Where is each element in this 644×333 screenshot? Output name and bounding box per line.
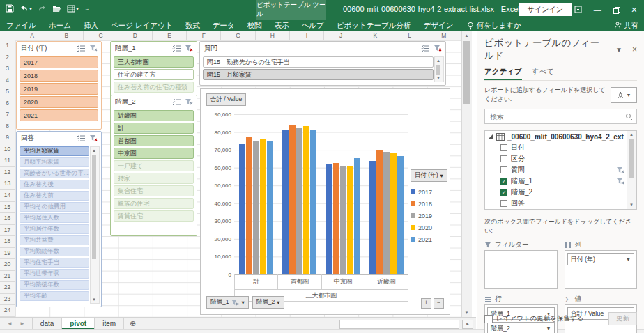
- ribbon-tab-ページ レイアウト[interactable]: ページ レイアウト: [105, 20, 179, 31]
- pane-options-icon[interactable]: ▼: [615, 46, 622, 54]
- row-header-22[interactable]: 22: [0, 282, 15, 294]
- row-header-8[interactable]: 8: [0, 121, 15, 133]
- slicer-multiselect-button[interactable]: [171, 97, 183, 107]
- column-header-F[interactable]: F: [187, 31, 221, 40]
- row-header-3[interactable]: 3: [0, 63, 15, 75]
- sheet-tab-data[interactable]: data: [32, 318, 62, 330]
- ribbon-tab-数式[interactable]: 数式: [179, 20, 206, 31]
- row-header-17[interactable]: 17: [0, 225, 15, 237]
- slicer-item[interactable]: 中京圏: [114, 148, 194, 159]
- row-header-1[interactable]: 1: [0, 40, 15, 52]
- save-icon[interactable]: [6, 4, 14, 13]
- slicer-item[interactable]: 平均居住人数: [20, 213, 89, 223]
- slicer-item[interactable]: 持家: [114, 173, 194, 184]
- slicer-clear-filter-button[interactable]: [431, 43, 443, 54]
- column-header-H[interactable]: H: [256, 31, 290, 40]
- slicer-item[interactable]: 高齢者がいる世帯の平...: [20, 169, 89, 178]
- slicer-item[interactable]: 首都圏: [114, 135, 194, 146]
- chart-bar[interactable]: [246, 137, 252, 274]
- column-header-L[interactable]: L: [393, 31, 427, 40]
- vertical-scroll-thumb[interactable]: [463, 41, 470, 104]
- restore-icon[interactable]: [613, 7, 620, 13]
- row-header-11[interactable]: 11: [0, 155, 15, 167]
- scroll-right-icon[interactable]: ►: [462, 320, 473, 329]
- field-checkbox[interactable]: ✓: [500, 189, 507, 196]
- row-header-16[interactable]: 16: [0, 213, 15, 225]
- column-header-J[interactable]: J: [324, 31, 358, 40]
- legend-entry[interactable]: 2019: [411, 210, 448, 222]
- slicer-item[interactable]: 平均住宅手当: [20, 258, 89, 268]
- undo-icon[interactable]: ▾: [20, 5, 32, 13]
- row-header-13[interactable]: 13: [0, 178, 15, 190]
- chart-expand-button[interactable]: +: [421, 298, 431, 309]
- legend-entry[interactable]: 2021: [411, 233, 448, 245]
- slicer-item[interactable]: 2017: [20, 56, 98, 68]
- slicer-clear-filter-button[interactable]: [87, 43, 99, 54]
- slicer-kaitou[interactable]: 回答平均月額家賃月額平均家賃高齢者がいる世帯の平...住み替え後住み替え前平均そ…: [16, 131, 102, 307]
- slicer-kaisou2[interactable]: 階層_2近畿圏計首都圏中京圏一戸建て持家集合住宅親族の住宅賃貸住宅: [110, 95, 197, 236]
- slicer-item[interactable]: 住宅の建て方: [114, 69, 194, 80]
- scroll-down-icon[interactable]: ▼: [435, 75, 442, 82]
- slicer-date-year[interactable]: 日付 (年)20172018201920202021: [16, 41, 102, 130]
- field-list-scrollbar[interactable]: ▲ ▼: [627, 131, 636, 209]
- scroll-down-icon[interactable]: ▼: [462, 309, 471, 317]
- horizontal-scrollbar[interactable]: [339, 320, 459, 329]
- open-folder-icon[interactable]: [52, 5, 61, 13]
- chart-bar[interactable]: [390, 153, 397, 275]
- search-input[interactable]: [489, 112, 625, 121]
- slicer-clear-filter-button[interactable]: [183, 43, 194, 54]
- chart-collapse-button[interactable]: −: [434, 298, 444, 309]
- chart-bar[interactable]: [289, 125, 296, 274]
- slicer-clear-filter-button[interactable]: [87, 133, 99, 144]
- slicer-scroll-thumb[interactable]: [436, 65, 440, 75]
- slicer-item[interactable]: 住み替え後: [20, 180, 89, 189]
- chart-bar[interactable]: [354, 158, 360, 274]
- chart-bar[interactable]: [376, 150, 383, 274]
- slicer-item[interactable]: 親族の住宅: [114, 198, 194, 209]
- pane-close-icon[interactable]: ×: [632, 45, 637, 54]
- scroll-up-icon[interactable]: ▲: [627, 131, 636, 139]
- chart-axis-field-button[interactable]: 階層_2 ▾: [252, 296, 284, 309]
- column-header-B[interactable]: B: [49, 31, 84, 40]
- field-row-階層_1[interactable]: ✓階層_1: [485, 176, 627, 187]
- chart-bar[interactable]: [333, 163, 339, 274]
- sheet-tab-item[interactable]: item: [95, 318, 124, 330]
- field-row-質問[interactable]: 質問: [485, 164, 627, 176]
- slicer-item[interactable]: 平均勤続年数: [20, 247, 89, 256]
- field-row-区分[interactable]: 区分: [485, 153, 627, 164]
- slicer-item[interactable]: 2020: [20, 96, 98, 108]
- slicer-item[interactable]: 平均世帯年収: [20, 269, 89, 279]
- scroll-down-icon[interactable]: ▼: [627, 201, 636, 209]
- ribbon-tab-ヘルプ[interactable]: ヘルプ: [296, 20, 330, 31]
- area-box-columns[interactable]: 日付 (年)▼: [565, 250, 638, 289]
- new-sheet-icon[interactable]: ⊕: [124, 318, 141, 330]
- row-header-21[interactable]: 21: [0, 271, 15, 283]
- minimize-icon[interactable]: —: [594, 6, 601, 14]
- field-checkbox[interactable]: [500, 166, 507, 173]
- ribbon-tab-ホーム[interactable]: ホーム: [43, 20, 77, 31]
- sheet-tab-pivot[interactable]: pivot: [62, 318, 95, 330]
- customize-quick-access-icon[interactable]: ⌄: [84, 5, 90, 12]
- row-header-10[interactable]: 10: [0, 144, 15, 156]
- sign-in-button[interactable]: サインイン: [519, 3, 572, 16]
- row-header-15[interactable]: 15: [0, 202, 15, 214]
- row-header-2[interactable]: 2: [0, 52, 15, 64]
- chart-bar[interactable]: [369, 161, 376, 274]
- column-header-K[interactable]: K: [358, 31, 392, 40]
- area-field-chip[interactable]: 日付 (年)▼: [567, 253, 635, 265]
- column-header-A[interactable]: A: [15, 31, 49, 40]
- slicer-scroll-thumb[interactable]: [92, 155, 96, 259]
- scroll-up-icon[interactable]: ▲: [462, 31, 471, 40]
- row-header-24[interactable]: 24: [0, 305, 15, 317]
- chart-bar[interactable]: [267, 141, 273, 274]
- row-header-19[interactable]: 19: [0, 248, 15, 260]
- ribbon-tab-校閲[interactable]: 校閲: [241, 20, 268, 31]
- next-sheet-icon[interactable]: ►: [20, 320, 25, 327]
- prev-sheet-icon[interactable]: ◄: [7, 320, 13, 327]
- redo-icon[interactable]: [38, 5, 47, 13]
- chart-axis-field-button[interactable]: 階層_1 ▾: [206, 296, 249, 309]
- row-header-18[interactable]: 18: [0, 236, 15, 248]
- ribbon-tab-表示[interactable]: 表示: [268, 20, 296, 31]
- slicer-item[interactable]: 平均月額家賃: [20, 146, 89, 156]
- field-checkbox[interactable]: [500, 155, 507, 162]
